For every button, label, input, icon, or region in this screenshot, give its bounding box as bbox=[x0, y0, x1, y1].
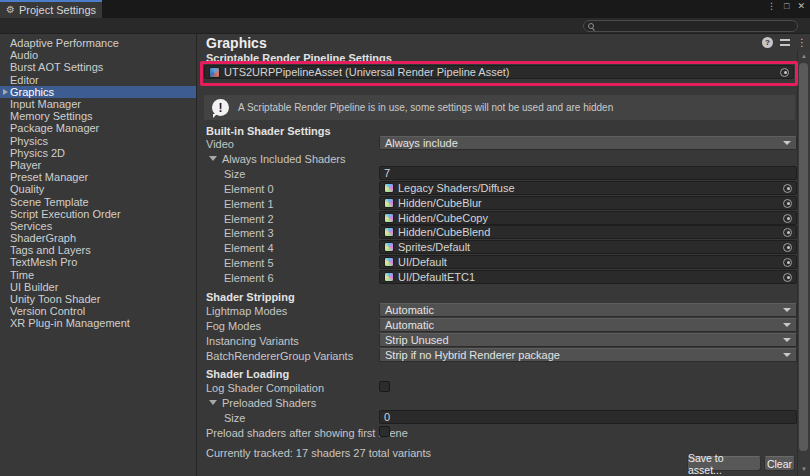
object-picker-icon[interactable] bbox=[783, 184, 792, 193]
fog-modes-dropdown[interactable]: Automatic bbox=[379, 318, 797, 332]
element-2-label: Element 2 bbox=[224, 212, 274, 225]
scroll-down-icon[interactable]: ▼ bbox=[799, 466, 809, 472]
sidebar-item-adaptive-performance[interactable]: Adaptive Performance bbox=[0, 37, 196, 49]
preset-icon[interactable] bbox=[780, 38, 790, 47]
sidebar-item-ui-builder[interactable]: UI Builder bbox=[0, 281, 196, 293]
size-field[interactable]: 7 bbox=[379, 166, 797, 180]
sidebar-item-input-manager[interactable]: Input Manager bbox=[0, 98, 196, 110]
lightmap-modes-dropdown[interactable]: Automatic bbox=[379, 303, 797, 317]
fog-modes-label: Fog Modes bbox=[206, 319, 261, 332]
srp-asset-field[interactable]: UTS2URPPipelineAsset (Universal Render P… bbox=[204, 65, 794, 79]
search-field[interactable] bbox=[583, 20, 798, 32]
object-picker-icon[interactable] bbox=[780, 68, 789, 77]
sidebar-item-editor[interactable]: Editor bbox=[0, 74, 196, 86]
video-dropdown-value: Always include bbox=[385, 137, 458, 149]
object-picker-icon[interactable] bbox=[783, 228, 792, 237]
sidebar-item-scene-template[interactable]: Scene Template bbox=[0, 195, 196, 207]
sidebar-item-shadergraph[interactable]: ShaderGraph bbox=[0, 232, 196, 244]
close-icon[interactable]: ✕ bbox=[797, 2, 805, 11]
scroll-up-icon[interactable]: ▲ bbox=[799, 53, 809, 59]
chevron-down-icon bbox=[783, 141, 791, 145]
scrollbar-thumb[interactable] bbox=[799, 63, 808, 451]
sidebar-item-quality[interactable]: Quality bbox=[0, 183, 196, 195]
preload-after-scene-label: Preload shaders after showing first scen… bbox=[206, 426, 408, 439]
chevron-down-icon bbox=[783, 338, 791, 342]
preloaded-size-field[interactable]: 0 bbox=[379, 410, 797, 424]
foldout-open-icon bbox=[209, 156, 217, 161]
warning-text: A Scriptable Render Pipeline is in use, … bbox=[238, 102, 613, 113]
srp-section-label: Scriptable Render Pipeline Settings bbox=[206, 51, 392, 64]
sidebar-item-services[interactable]: Services bbox=[0, 220, 196, 232]
sidebar-item-memory-settings[interactable]: Memory Settings bbox=[0, 110, 196, 122]
element-0-value: Legacy Shaders/Diffuse bbox=[398, 182, 515, 194]
sidebar-item-preset-manager[interactable]: Preset Manager bbox=[0, 171, 196, 183]
shader-icon bbox=[384, 272, 394, 282]
object-picker-icon[interactable] bbox=[783, 258, 792, 267]
sidebar-item-audio[interactable]: Audio bbox=[0, 49, 196, 61]
element-6-field[interactable]: UI/DefaultETC1 bbox=[379, 270, 797, 284]
lightmap-modes-label: Lightmap Modes bbox=[206, 304, 287, 317]
loading-section-title: Shader Loading bbox=[206, 367, 289, 380]
chevron-down-icon bbox=[783, 308, 791, 312]
element-3-label: Element 3 bbox=[224, 226, 274, 239]
element-2-field[interactable]: Hidden/CubeCopy bbox=[379, 211, 797, 225]
preloaded-shaders-foldout[interactable]: Preloaded Shaders bbox=[209, 396, 316, 409]
element-0-field[interactable]: Legacy Shaders/Diffuse bbox=[379, 181, 797, 195]
urp-asset-icon bbox=[209, 67, 220, 78]
sidebar-item-label: Graphics bbox=[10, 86, 54, 98]
sidebar-item-physics-2d[interactable]: Physics 2D bbox=[0, 147, 196, 159]
object-picker-icon[interactable] bbox=[783, 214, 792, 223]
shader-icon bbox=[384, 257, 394, 267]
object-picker-icon[interactable] bbox=[783, 273, 792, 282]
sidebar-item-unity-toon-shader[interactable]: Unity Toon Shader bbox=[0, 293, 196, 305]
maximize-icon[interactable]: □ bbox=[784, 2, 789, 11]
sidebar-item-player[interactable]: Player bbox=[0, 159, 196, 171]
help-icon[interactable]: ? bbox=[762, 37, 773, 48]
element-6-label: Element 6 bbox=[224, 271, 274, 284]
search-input[interactable] bbox=[597, 21, 797, 31]
sidebar-item-xr-plugin-management[interactable]: XR Plug-in Management bbox=[0, 317, 196, 329]
sidebar-item-tags-and-layers[interactable]: Tags and Layers bbox=[0, 244, 196, 256]
chevron-down-icon bbox=[783, 353, 791, 357]
preloaded-size-label: Size bbox=[224, 411, 245, 424]
batchrenderergroup-value: Strip if no Hybrid Renderer package bbox=[385, 349, 560, 361]
instancing-variants-dropdown[interactable]: Strip Unused bbox=[379, 333, 797, 347]
size-value: 7 bbox=[384, 167, 390, 179]
element-0-label: Element 0 bbox=[224, 182, 274, 195]
foldout-arrow-icon bbox=[3, 89, 8, 95]
sidebar-item-graphics[interactable]: Graphics bbox=[0, 86, 196, 98]
log-shader-compilation-checkbox[interactable] bbox=[379, 381, 390, 392]
element-5-field[interactable]: UI/Default bbox=[379, 255, 797, 269]
sidebar-item-physics[interactable]: Physics bbox=[0, 135, 196, 147]
preloaded-size-value: 0 bbox=[384, 411, 390, 423]
instancing-variants-value: Strip Unused bbox=[385, 334, 449, 346]
object-picker-icon[interactable] bbox=[783, 243, 792, 252]
element-5-value: UI/Default bbox=[398, 256, 447, 268]
sidebar-item-textmesh-pro[interactable]: TextMesh Pro bbox=[0, 256, 196, 268]
sidebar-item-script-execution-order[interactable]: Script Execution Order bbox=[0, 208, 196, 220]
batchrenderergroup-dropdown[interactable]: Strip if no Hybrid Renderer package bbox=[379, 348, 797, 362]
element-3-value: Hidden/CubeBlend bbox=[398, 226, 490, 238]
element-1-field[interactable]: Hidden/CubeBlur bbox=[379, 196, 797, 210]
save-to-asset-button[interactable]: Save to asset... bbox=[687, 456, 761, 471]
tab-project-settings[interactable]: ⚙ Project Settings bbox=[0, 0, 102, 18]
sidebar-item-version-control[interactable]: Version Control bbox=[0, 305, 196, 317]
element-2-value: Hidden/CubeCopy bbox=[398, 212, 488, 224]
sidebar-item-time[interactable]: Time bbox=[0, 269, 196, 281]
window-menu-icon[interactable]: ⋮ bbox=[767, 2, 776, 11]
search-icon bbox=[588, 22, 597, 31]
builtin-section-title: Built-in Shader Settings bbox=[206, 124, 331, 137]
always-included-foldout[interactable]: Always Included Shaders bbox=[209, 152, 346, 165]
video-dropdown[interactable]: Always include bbox=[379, 136, 797, 150]
sidebar-item-burst-aot[interactable]: Burst AOT Settings bbox=[0, 61, 196, 73]
clear-button[interactable]: Clear bbox=[764, 456, 795, 471]
shader-icon bbox=[384, 242, 394, 252]
preload-after-scene-checkbox[interactable] bbox=[379, 426, 390, 437]
gear-icon: ⚙ bbox=[6, 5, 15, 15]
sidebar-item-package-manager[interactable]: Package Manager bbox=[0, 122, 196, 134]
element-4-field[interactable]: Sprites/Default bbox=[379, 240, 797, 254]
log-shader-compilation-label: Log Shader Compilation bbox=[206, 381, 324, 394]
object-picker-icon[interactable] bbox=[783, 199, 792, 208]
kebab-menu-icon[interactable]: ⋮ bbox=[797, 38, 807, 48]
element-3-field[interactable]: Hidden/CubeBlend bbox=[379, 225, 797, 239]
